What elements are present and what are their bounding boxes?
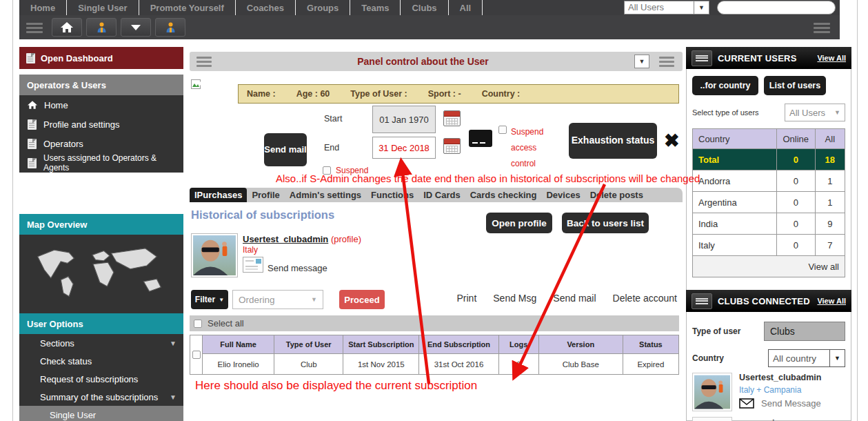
current-users-header: CURRENT USERS View All — [686, 47, 851, 69]
nav-single-user[interactable]: Single User — [67, 0, 139, 15]
member-name[interactable]: sarangsir — [739, 418, 778, 421]
tab-functions[interactable]: Functions — [366, 188, 418, 202]
document-icon — [28, 119, 37, 130]
back-to-users-button[interactable]: Back to users list — [562, 213, 649, 233]
search-box — [717, 1, 836, 14]
end-date-input[interactable]: 31 Dec 2018 — [372, 137, 436, 159]
nav-teams[interactable]: Teams — [350, 0, 401, 15]
view-all-link[interactable]: View All — [817, 297, 846, 305]
tab-cards-checking[interactable]: Cards checking — [465, 188, 542, 202]
user-button-2[interactable] — [155, 18, 185, 37]
filter-button[interactable]: Filter ▼ — [191, 290, 228, 309]
print-link[interactable]: Print — [456, 293, 476, 304]
nav-clubs[interactable]: Clubs — [401, 0, 448, 15]
nav-groups[interactable]: Groups — [296, 0, 350, 15]
list-of-users-button[interactable]: List of users — [764, 76, 826, 95]
start-date-input[interactable]: 01 Jan 1970 — [372, 106, 436, 133]
table-row[interactable]: Argentina 0 1 — [693, 192, 845, 213]
col-start-subscription: Start Subscription — [343, 335, 419, 354]
table-row[interactable]: Elio Ironelio Club 1st Nov 2015 31st Oct… — [203, 354, 679, 375]
tab-devices[interactable]: Devices — [541, 188, 585, 202]
tab-profile[interactable]: Profile — [247, 188, 284, 202]
view-all-link[interactable]: View All — [817, 54, 846, 62]
credit-card-icon[interactable] — [469, 130, 492, 147]
table-row[interactable]: Italy 0 7 — [693, 235, 845, 256]
left-sidebar: Open Dashboard Operators & Users Home Pr… — [19, 41, 183, 421]
sidebar-item-label: Check status — [40, 356, 92, 366]
user-icon — [97, 22, 106, 32]
send-mail-button[interactable]: Send mail — [264, 133, 307, 166]
col-status: Status — [623, 335, 678, 354]
country-cell: Andorra — [693, 170, 777, 192]
sidebar-item-request-subscriptions[interactable]: Request of subscriptions — [19, 370, 183, 388]
for-country-button[interactable]: ..for country — [692, 76, 758, 95]
nav-home[interactable]: Home — [19, 0, 67, 15]
panel-dropdown-button[interactable]: ▼ — [634, 55, 649, 68]
tab-id-cards[interactable]: ID Cards — [418, 188, 465, 202]
suspend-access-checkbox[interactable] — [498, 126, 507, 134]
panel-menu-icon-right[interactable] — [659, 55, 674, 69]
current-users-table: Country Online All Total 0 18 Andorra 0 … — [692, 128, 845, 277]
table-row[interactable]: Andorra 0 1 — [693, 170, 845, 192]
type-of-user-field[interactable]: Clubs — [764, 322, 845, 341]
chevron-down-icon: ▼ — [219, 297, 224, 303]
home-button[interactable] — [52, 18, 82, 37]
chevron-down-icon[interactable]: ▼ — [694, 1, 709, 14]
sidebar-item-home[interactable]: Home — [19, 95, 183, 115]
nav-promote-yourself[interactable]: Promote Yourself — [139, 0, 236, 15]
calendar-icon[interactable] — [443, 110, 461, 126]
view-all-footer-link[interactable]: View all — [693, 256, 845, 277]
nav-all[interactable]: All — [449, 0, 483, 15]
sidebar-item-sections[interactable]: Sections ▼ — [19, 334, 183, 352]
sidebar-item-users-assigned[interactable]: Users assigned to Operators & Agents — [19, 153, 183, 173]
send-message-link[interactable]: Send Message — [761, 398, 821, 409]
users-type-select[interactable]: All Users ▼ — [785, 104, 845, 121]
menu-icon-right[interactable] — [814, 21, 830, 35]
row-checkbox[interactable] — [192, 351, 201, 359]
sidebar-item-label: Profile and settings — [43, 119, 120, 130]
envelope-icon[interactable] — [739, 398, 754, 409]
country-select[interactable]: All country ▼ — [768, 349, 845, 367]
menu-icon[interactable] — [26, 21, 43, 35]
message-icon[interactable] — [243, 257, 263, 273]
tab-admins-settings[interactable]: Admin's settings — [285, 188, 366, 202]
profile-link[interactable]: (profile) — [331, 234, 361, 244]
send-message-label[interactable]: Send message — [268, 263, 327, 273]
select-all-checkbox[interactable] — [194, 320, 202, 328]
close-icon[interactable]: ✖ — [664, 130, 680, 152]
user-name-link[interactable]: Usertest_clubadmin — [243, 234, 328, 244]
online-cell: 0 — [776, 235, 815, 256]
tab-delete-posts[interactable]: Delete posts — [585, 188, 648, 202]
user-type-select[interactable]: All Users ▼ — [624, 1, 709, 14]
calendar-icon[interactable] — [443, 138, 461, 154]
dropdown-button[interactable] — [121, 18, 151, 37]
send-mail-link[interactable]: Send mail — [553, 293, 596, 304]
broken-image-icon — [191, 79, 202, 90]
sidebar-item-summary-subscriptions[interactable]: Summary of the subscriptions ▼ — [19, 388, 183, 406]
col-version: Version — [538, 335, 623, 354]
nav-coaches[interactable]: Coaches — [236, 0, 296, 15]
open-profile-button[interactable]: Open profile — [486, 213, 552, 233]
user-button[interactable] — [86, 18, 117, 37]
exhaustion-status-button[interactable]: Exhaustion status — [569, 123, 657, 159]
menu-icon[interactable] — [692, 50, 712, 66]
table-row[interactable]: India 0 9 — [693, 213, 845, 235]
country-cell: Italy — [693, 235, 777, 256]
send-msg-link[interactable]: Send Msg — [493, 293, 536, 304]
ordering-select[interactable]: Ordering ▼ — [232, 290, 323, 309]
submenu-single-user[interactable]: Single User — [19, 406, 183, 421]
sidebar-item-label: Sections — [40, 338, 74, 349]
member-location-link[interactable]: Italy + Campania — [739, 385, 821, 395]
panel-menu-icon[interactable] — [196, 55, 212, 69]
sidebar-item-operators[interactable]: Operators — [19, 134, 183, 153]
search-input[interactable] — [718, 3, 836, 12]
open-dashboard-button[interactable]: Open Dashboard — [19, 47, 183, 69]
tab-purchases[interactable]: lPurchases — [190, 188, 247, 202]
delete-account-link[interactable]: Delete account — [613, 293, 677, 304]
member-name[interactable]: Usertest_clubadmin — [739, 373, 821, 382]
current-users-body: ..for country List of users Select type … — [686, 69, 851, 319]
sidebar-item-check-status[interactable]: Check status — [19, 352, 183, 370]
proceed-button[interactable]: Proceed — [339, 290, 385, 309]
sidebar-item-profile-settings[interactable]: Profile and settings — [19, 115, 183, 134]
menu-icon[interactable] — [692, 293, 712, 309]
